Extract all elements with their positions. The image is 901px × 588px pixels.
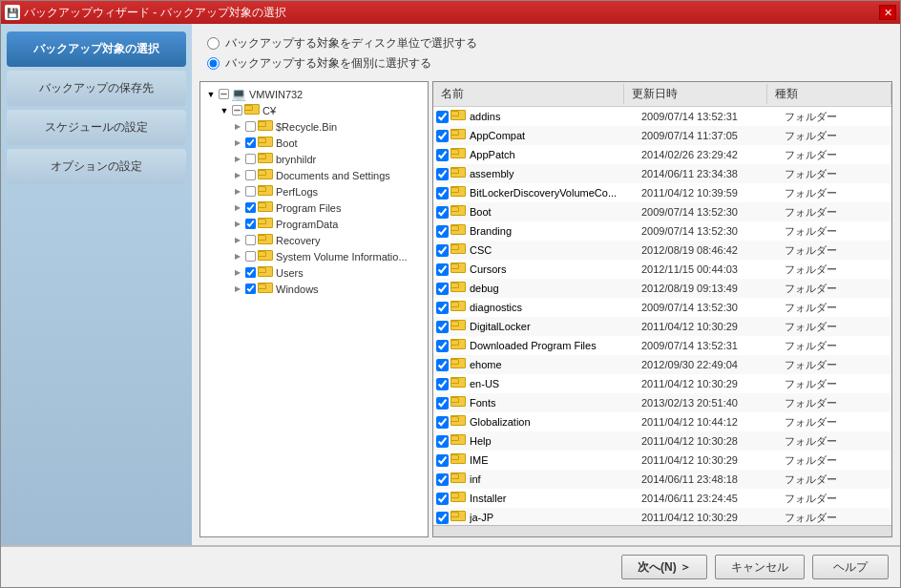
sidebar-item-select[interactable]: バックアップ対象の選択 [7, 32, 186, 67]
file-row[interactable]: Help2011/04/12 10:30:28フォルダー [433, 431, 891, 451]
tree-expand-icon[interactable]: ▶ [231, 201, 244, 215]
file-checkbox[interactable] [436, 321, 449, 333]
file-checkbox[interactable] [436, 454, 449, 467]
file-checkbox[interactable] [436, 263, 449, 276]
file-checkbox[interactable] [436, 416, 449, 429]
file-checkbox[interactable] [436, 206, 449, 219]
file-checkbox[interactable] [436, 283, 449, 295]
tree-expand-icon[interactable]: ▶ [231, 169, 244, 182]
tree-expand-icon[interactable]: ▼ [218, 104, 231, 117]
file-row[interactable]: AppPatch2014/02/26 23:29:42フォルダー [433, 145, 891, 164]
tree-expand-icon[interactable]: ▶ [231, 266, 244, 280]
file-checkbox[interactable] [436, 187, 449, 200]
tree-checkbox[interactable] [219, 88, 229, 98]
tree-checkbox[interactable] [245, 120, 256, 131]
file-list[interactable]: addins2009/07/14 13:52:31フォルダーAppCompat2… [433, 107, 891, 525]
tree-expand-icon[interactable]: ▶ [231, 234, 244, 247]
file-checkbox[interactable] [436, 397, 449, 410]
tree-item[interactable]: ▶Documents and Settings [204, 167, 424, 183]
tree-item[interactable]: ▶Users [204, 264, 424, 281]
tree-item[interactable]: ▶Program Files [204, 200, 424, 216]
tree-item[interactable]: ▶ProgramData [204, 216, 424, 232]
tree-expand-icon[interactable]: ▶ [231, 136, 244, 150]
file-row[interactable]: BitLockerDiscoveryVolumeCo...2011/04/12 … [433, 183, 891, 202]
tree-expand-icon[interactable]: ▶ [231, 120, 244, 134]
tree-checkbox[interactable] [245, 283, 256, 293]
file-row[interactable]: Boot2009/07/14 13:52:30フォルダー [433, 202, 891, 221]
radio-individual[interactable] [207, 57, 220, 70]
file-checkbox[interactable] [436, 378, 449, 390]
tree-item[interactable]: ▶PerfLogs [204, 183, 424, 200]
close-button[interactable]: ✕ [879, 5, 896, 20]
tree-expand-icon[interactable]: ▶ [231, 153, 244, 166]
sidebar-item-destination[interactable]: バックアップの保存先 [7, 71, 186, 106]
tree-checkbox[interactable] [245, 136, 256, 147]
file-checkbox[interactable] [436, 168, 449, 180]
file-row[interactable]: Downloaded Program Files2009/07/14 13:52… [433, 336, 891, 355]
tree-item[interactable]: ▶Windows [204, 281, 424, 297]
tree-item[interactable]: ▶Recovery [204, 232, 424, 248]
file-checkbox[interactable] [436, 302, 449, 314]
file-row[interactable]: Branding2009/07/14 13:52:30フォルダー [433, 221, 891, 241]
sidebar-item-schedule[interactable]: スケジュールの設定 [7, 110, 186, 145]
tree-expand-icon[interactable]: ▶ [231, 283, 244, 296]
file-checkbox[interactable] [436, 130, 449, 142]
help-button[interactable]: ヘルプ [812, 555, 889, 579]
next-button[interactable]: 次へ(N) ＞ [621, 555, 707, 579]
file-checkbox[interactable] [436, 340, 449, 352]
tree-item[interactable]: ▶System Volume Informatio... [204, 248, 424, 264]
tree-expand-icon[interactable]: ▶ [231, 218, 244, 231]
file-row[interactable]: AppCompat2009/07/14 11:37:05フォルダー [433, 126, 891, 145]
file-row[interactable]: ja-JP2011/04/12 10:30:29フォルダー [433, 508, 891, 525]
radio-disk[interactable] [207, 37, 220, 50]
file-checkbox[interactable] [436, 435, 449, 448]
tree-item[interactable]: ▶brynhildr [204, 151, 424, 167]
file-checkbox[interactable] [436, 244, 449, 257]
tree-checkbox[interactable] [232, 104, 242, 115]
sidebar-item-options[interactable]: オプションの設定 [7, 149, 186, 184]
file-row[interactable]: addins2009/07/14 13:52:31フォルダー [433, 107, 891, 126]
hscrollbar-file[interactable] [433, 525, 891, 536]
file-checkbox[interactable] [436, 225, 449, 238]
file-checkbox[interactable] [436, 512, 449, 524]
tree-checkbox[interactable] [245, 218, 256, 228]
tree-checkbox[interactable] [245, 266, 256, 277]
file-date: 2014/06/11 23:48:18 [641, 473, 785, 485]
tree-checkbox[interactable] [245, 153, 256, 163]
file-row[interactable]: DigitalLocker2011/04/12 10:30:29フォルダー [433, 317, 891, 336]
tree-checkbox[interactable] [245, 250, 256, 261]
file-checkbox[interactable] [436, 149, 449, 161]
file-row[interactable]: assembly2014/06/11 23:34:38フォルダー [433, 164, 891, 183]
tree-item[interactable]: ▶$Recycle.Bin [204, 118, 424, 135]
file-row[interactable]: Fonts2013/02/13 20:51:40フォルダー [433, 393, 891, 412]
file-row[interactable]: Globalization2011/04/12 10:44:12フォルダー [433, 412, 891, 431]
file-checkbox[interactable] [436, 473, 449, 486]
file-row[interactable]: diagnostics2009/07/14 13:52:30フォルダー [433, 298, 891, 317]
file-row[interactable]: inf2014/06/11 23:48:18フォルダー [433, 470, 891, 489]
tree-checkbox[interactable] [245, 201, 256, 212]
radio-individual-label[interactable]: バックアップする対象を個別に選択する [225, 55, 431, 72]
radio-disk-label[interactable]: バックアップする対象をディスク単位で選択する [225, 35, 477, 52]
tree-expand-icon[interactable]: ▶ [231, 185, 244, 199]
file-row[interactable]: Installer2014/06/11 23:24:45フォルダー [433, 489, 891, 508]
tree-expand-icon[interactable]: ▶ [231, 250, 244, 263]
file-row[interactable]: CSC2012/08/19 08:46:42フォルダー [433, 241, 891, 260]
tree-item[interactable]: ▼💻VMWIN732 [204, 86, 424, 102]
tree-item[interactable]: ▶Boot [204, 135, 424, 151]
file-checkbox[interactable] [436, 111, 449, 123]
file-row[interactable]: Cursors2012/11/15 00:44:03フォルダー [433, 260, 891, 279]
tree-panel[interactable]: ▼💻VMWIN732▼C¥▶$Recycle.Bin▶Boot▶brynhild… [199, 81, 429, 537]
tree-checkbox[interactable] [245, 169, 256, 179]
file-row[interactable]: ehome2012/09/30 22:49:04フォルダー [433, 355, 891, 374]
file-row[interactable]: IME2011/04/12 10:30:29フォルダー [433, 451, 891, 470]
file-checkbox[interactable] [436, 359, 449, 371]
tree-item[interactable]: ▼C¥ [204, 102, 424, 118]
file-row[interactable]: debug2012/08/19 09:13:49フォルダー [433, 279, 891, 298]
cancel-button[interactable]: キャンセル [715, 555, 805, 579]
folder-icon [258, 217, 273, 231]
file-row[interactable]: en-US2011/04/12 10:30:29フォルダー [433, 374, 891, 393]
file-checkbox[interactable] [436, 493, 449, 505]
tree-checkbox[interactable] [245, 185, 256, 196]
tree-checkbox[interactable] [245, 234, 256, 244]
tree-expand-icon[interactable]: ▼ [204, 88, 218, 101]
